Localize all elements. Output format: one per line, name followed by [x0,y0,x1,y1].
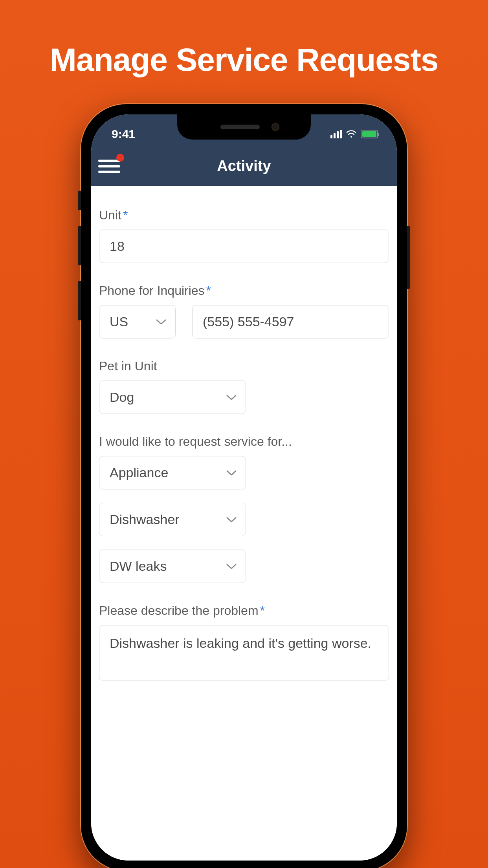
notification-badge [116,154,124,162]
required-asterisk: * [206,283,211,298]
required-asterisk: * [260,603,265,618]
form-content[interactable]: Unit* Phone for Inquiries* US [91,186,397,861]
form-group-phone: Phone for Inquiries* US [99,283,389,338]
service-for-label: I would like to request service for... [99,434,389,449]
form-group-pet: Pet in Unit Dog [99,359,389,414]
service-category-select[interactable]: Appliance [99,456,246,489]
cellular-signal-icon [330,130,342,138]
required-asterisk: * [123,208,128,222]
form-group-unit: Unit* [99,208,389,263]
phone-notch [177,114,311,140]
description-textarea[interactable] [99,625,389,680]
phone-label: Phone for Inquiries* [99,283,389,298]
phone-number-input[interactable] [192,305,389,338]
phone-side-buttons-right [407,226,410,289]
form-group-description: Please describe the problem* [99,603,389,682]
description-label: Please describe the problem* [99,603,389,618]
status-time: 9:41 [112,120,135,141]
service-item-select[interactable]: Dishwasher [99,503,246,536]
pet-label: Pet in Unit [99,359,389,373]
phone-side-buttons-left [78,191,81,336]
unit-label: Unit* [99,208,389,223]
pet-select[interactable]: Dog [99,381,246,414]
marketing-title: Manage Service Requests [0,0,488,78]
menu-button[interactable] [98,154,122,178]
wifi-icon [346,130,357,138]
service-issue-select[interactable]: DW leaks [99,550,246,583]
battery-icon [361,130,378,138]
status-indicators [330,123,378,138]
phone-country-select[interactable]: US [99,305,176,338]
nav-title: Activity [217,158,271,175]
navigation-bar: Activity [91,147,397,186]
form-group-service-for: I would like to request service for... A… [99,434,389,583]
unit-input[interactable] [99,230,389,263]
phone-device-frame: 9:41 [81,104,407,868]
